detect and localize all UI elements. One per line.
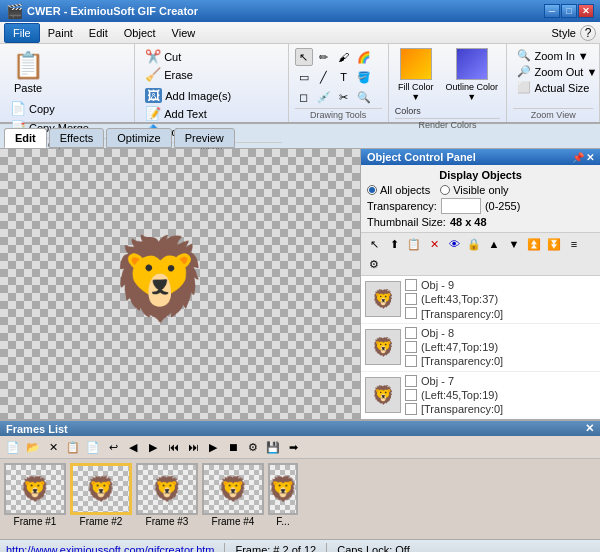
pen-tool[interactable]: ✏: [315, 48, 333, 66]
list-item[interactable]: 🦁 Frame #1: [4, 463, 66, 527]
obj-checkbox-3-8[interactable]: [405, 355, 417, 367]
obj-tool-delete[interactable]: ✕: [425, 235, 443, 253]
obj-tool-up[interactable]: ▲: [485, 235, 503, 253]
text-tool[interactable]: T: [335, 68, 353, 86]
obj-checkbox-visible-8[interactable]: [405, 327, 417, 339]
all-objects-radio[interactable]: [367, 185, 377, 195]
rect-tool[interactable]: ▭: [295, 68, 313, 86]
eraser-draw-tool[interactable]: ◻: [295, 88, 313, 106]
add-image-button[interactable]: 🖼 Add Image(s): [141, 87, 236, 104]
frames-tool-reverse[interactable]: ↩: [104, 438, 122, 456]
zoom-draw-tool[interactable]: 🔍: [355, 88, 373, 106]
list-item[interactable]: 🦁 Frame #4: [202, 463, 264, 527]
main-area: 🦁 Object Control Panel 📌 ✕ Display Objec…: [0, 149, 600, 419]
panel-pin-button[interactable]: 📌: [572, 152, 584, 163]
obj-checkbox-lock-7[interactable]: [405, 389, 417, 401]
list-item[interactable]: 🦁 Frame #3: [136, 463, 198, 527]
paste-button[interactable]: 📋 Paste: [6, 48, 50, 96]
brush-tool[interactable]: 🖌: [335, 48, 353, 66]
minimize-button[interactable]: ─: [544, 4, 560, 18]
menu-object[interactable]: Object: [116, 23, 164, 43]
obj-tool-top[interactable]: ⏫: [525, 235, 543, 253]
fill-tool[interactable]: 🪣: [355, 68, 373, 86]
maximize-button[interactable]: □: [561, 4, 577, 18]
menu-file[interactable]: File: [4, 23, 40, 43]
crop-tool[interactable]: ✂: [335, 88, 353, 106]
frames-tool-stop[interactable]: ⏹: [224, 438, 242, 456]
eyedropper-tool[interactable]: 💉: [315, 88, 333, 106]
tab-optimize[interactable]: Optimize: [106, 128, 171, 148]
visible-only-radio[interactable]: [440, 185, 450, 195]
frames-tool-new[interactable]: 📄: [4, 438, 22, 456]
fill-color-swatch[interactable]: [400, 48, 432, 80]
obj-tool-bottom[interactable]: ⏬: [545, 235, 563, 253]
frames-tool-right-arrow[interactable]: ➡: [284, 438, 302, 456]
obj-checkbox-lock-8[interactable]: [405, 341, 417, 353]
select-tool[interactable]: ↖: [295, 48, 313, 66]
paste-label: Paste: [14, 82, 42, 94]
line-tool[interactable]: ╱: [315, 68, 333, 86]
panel-close-button[interactable]: ✕: [586, 152, 594, 163]
obj-tool-down[interactable]: ▼: [505, 235, 523, 253]
all-objects-option[interactable]: All objects: [367, 184, 430, 196]
frames-tool-move-left[interactable]: ◀: [124, 438, 142, 456]
canvas-area[interactable]: 🦁: [0, 149, 360, 419]
frames-tool-first[interactable]: ⏮: [164, 438, 182, 456]
obj-tool-align[interactable]: ≡: [565, 235, 583, 253]
copy-button[interactable]: 📄 Copy: [6, 100, 93, 117]
frames-tool-move-right[interactable]: ▶: [144, 438, 162, 456]
frames-tool-play[interactable]: ▶: [204, 438, 222, 456]
obj-tool-settings[interactable]: ⚙: [365, 255, 383, 273]
obj-tool-1[interactable]: ↖: [365, 235, 383, 253]
obj-tool-2[interactable]: ⬆: [385, 235, 403, 253]
zoom-in-button[interactable]: 🔍 Zoom In ▼: [513, 48, 593, 63]
gradient-tool[interactable]: 🌈: [355, 48, 373, 66]
fill-color-col: Fill Color ▼: [395, 48, 437, 102]
menu-view[interactable]: View: [164, 23, 204, 43]
outline-color-swatch[interactable]: [456, 48, 488, 80]
frames-tool-paste[interactable]: 📄: [84, 438, 102, 456]
actual-size-button[interactable]: ⬜ Actual Size: [513, 80, 593, 95]
list-item[interactable]: 🦁 Obj - 8 (Left:47,Top:19) [Transparency…: [361, 324, 600, 372]
list-item[interactable]: 🦁 Obj - 9 (Left:43,Top:37) [Transparency…: [361, 276, 600, 324]
frame-lion-5: 🦁: [268, 475, 298, 503]
obj-checkbox-visible-7[interactable]: [405, 375, 417, 387]
obj-checkbox-3-7[interactable]: [405, 403, 417, 415]
object-list[interactable]: 🦁 Obj - 9 (Left:43,Top:37) [Transparency…: [361, 276, 600, 419]
frames-toolbar: 📄 📂 ✕ 📋 📄 ↩ ◀ ▶ ⏮ ⏭ ▶ ⏹ ⚙ 💾 ➡: [0, 436, 600, 459]
frames-tool-open[interactable]: 📂: [24, 438, 42, 456]
list-item[interactable]: 🦁 Frame #2: [70, 463, 132, 527]
erase-button[interactable]: 🧹 Erase: [141, 66, 197, 83]
tab-effects[interactable]: Effects: [49, 128, 104, 148]
visible-only-option[interactable]: Visible only: [440, 184, 508, 196]
transparency-input[interactable]: [441, 198, 481, 214]
frames-close-button[interactable]: ✕: [585, 422, 594, 435]
menu-paint[interactable]: Paint: [40, 23, 81, 43]
obj-tool-visible[interactable]: 👁: [445, 235, 463, 253]
menu-edit[interactable]: Edit: [81, 23, 116, 43]
list-item[interactable]: 🦁 F...: [268, 463, 298, 527]
list-item[interactable]: 🦁 Obj - 7 (Left:45,Top:19) [Transparency…: [361, 372, 600, 419]
tab-preview[interactable]: Preview: [174, 128, 235, 148]
obj-tool-lock[interactable]: 🔒: [465, 235, 483, 253]
close-button[interactable]: ✕: [578, 4, 594, 18]
frame-lion-4: 🦁: [218, 475, 248, 503]
thumbnail-row: Thumbnail Size: 48 x 48: [367, 216, 594, 228]
frames-tool-settings[interactable]: ⚙: [244, 438, 262, 456]
obj-checkbox-3-9[interactable]: [405, 307, 417, 319]
cut-button[interactable]: ✂️ Cut: [141, 48, 197, 65]
help-icon[interactable]: ?: [580, 25, 596, 41]
add-text-button[interactable]: 📝 Add Text: [141, 105, 236, 122]
frames-tool-copy[interactable]: 📋: [64, 438, 82, 456]
render-label: Render Colors: [395, 118, 501, 130]
obj-checkbox-lock-9[interactable]: [405, 293, 417, 305]
obj-checkbox-visible-9[interactable]: [405, 279, 417, 291]
frames-tool-last[interactable]: ⏭: [184, 438, 202, 456]
obj-tool-3[interactable]: 📋: [405, 235, 423, 253]
status-frame-info: Frame: # 2 of 12: [235, 544, 316, 553]
zoom-out-button[interactable]: 🔎 Zoom Out ▼: [513, 64, 593, 79]
frames-tool-export[interactable]: 💾: [264, 438, 282, 456]
tab-edit[interactable]: Edit: [4, 128, 47, 148]
status-url[interactable]: http://www.eximioussoft.com/gifcreator.h…: [6, 544, 214, 553]
frames-tool-delete[interactable]: ✕: [44, 438, 62, 456]
